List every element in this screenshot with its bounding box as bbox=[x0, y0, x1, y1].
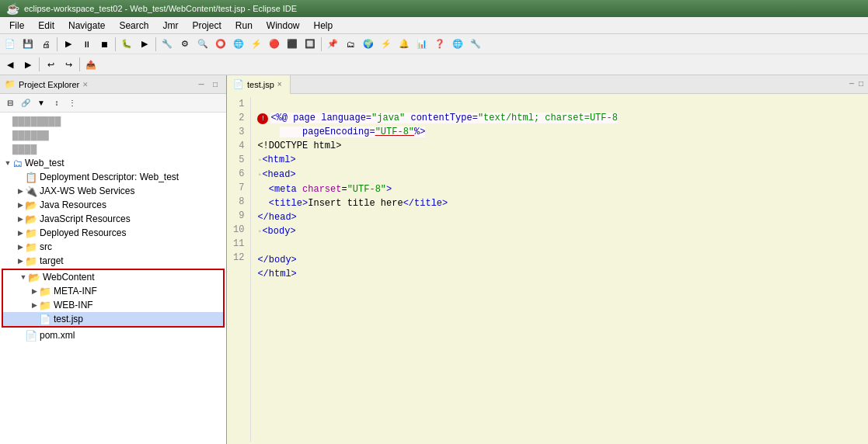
menu-jmr[interactable]: Jmr bbox=[156, 19, 184, 33]
code-line-11: </body> bbox=[257, 255, 296, 265]
tb-btn6[interactable]: ⏹ bbox=[96, 36, 113, 52]
tb-btn24[interactable]: ❓ bbox=[431, 36, 448, 52]
tb-btn12[interactable]: ⭕ bbox=[212, 36, 229, 52]
code-line-7: <title>Insert title here</title> bbox=[257, 198, 448, 209]
menu-window[interactable]: Window bbox=[260, 19, 306, 33]
list-item[interactable]: ████ bbox=[0, 142, 226, 156]
menu-navigate[interactable]: Navigate bbox=[62, 19, 111, 33]
list-item[interactable]: ▶ 📁 WEB-INF bbox=[3, 298, 223, 312]
tb2-btn4[interactable]: ↪ bbox=[60, 57, 77, 72]
tb-btn23[interactable]: 📊 bbox=[413, 36, 431, 52]
code-content[interactable]: !<%@ page language="java" contentType="t… bbox=[251, 97, 868, 442]
tab-close-btn[interactable]: × bbox=[277, 80, 282, 88]
exp-link-btn[interactable]: 🔗 bbox=[19, 96, 33, 110]
list-item[interactable]: ▶ 📁 target bbox=[0, 254, 226, 268]
tb2-btn1[interactable]: ◀ bbox=[2, 57, 19, 72]
exp-filter-btn[interactable]: ▼ bbox=[34, 96, 48, 110]
deployed-resources-label: Deployed Resources bbox=[40, 227, 126, 238]
tb-btn10[interactable]: ⚙ bbox=[176, 36, 193, 52]
code-line-10 bbox=[257, 241, 263, 251]
panel-header: 📁 Project Explorer ✕ ─ □ bbox=[0, 75, 226, 94]
list-item[interactable]: ▶ 🔌 JAX-WS Web Services bbox=[0, 184, 226, 198]
tab-ctrl-minimize[interactable]: ─ bbox=[848, 80, 856, 88]
menu-edit[interactable]: Edit bbox=[32, 19, 61, 33]
xml-file-icon: 📄 bbox=[25, 330, 37, 342]
menu-project[interactable]: Project bbox=[186, 19, 227, 33]
menu-search[interactable]: Search bbox=[113, 19, 155, 33]
tb2-btn2[interactable]: ▶ bbox=[19, 57, 37, 72]
tb2-btn3[interactable]: ↩ bbox=[42, 57, 59, 72]
list-item[interactable]: ▶ 📁 src bbox=[0, 240, 226, 254]
folder-icon: 📁 bbox=[25, 227, 37, 239]
eclipse-icon: ☕ bbox=[6, 2, 19, 15]
tb-btn26[interactable]: 🔧 bbox=[467, 36, 484, 52]
exp-collapse-btn[interactable]: ⊟ bbox=[3, 96, 17, 110]
tb-btn18[interactable]: 📌 bbox=[324, 36, 341, 52]
tb-btn20[interactable]: 🌍 bbox=[360, 36, 377, 52]
tb-new-btn[interactable]: 📄 bbox=[2, 36, 19, 52]
list-item[interactable]: ▼ 🗂 Web_test bbox=[0, 156, 226, 170]
list-item[interactable]: ██████ bbox=[0, 128, 226, 142]
tree-area: ████████ ██████ ████ ▼ 🗂 Web_test 📋 Depl… bbox=[0, 113, 226, 444]
tb-btn25[interactable]: 🌐 bbox=[449, 36, 466, 52]
toolbar-area: 📄 💾 🖨 ▶ ⏸ ⏹ 🐛 ▶ 🔧 ⚙ 🔍 ⭕ 🌐 ⚡ 🔴 ⬛ 🔲 📌 🗂 🌍 … bbox=[0, 34, 868, 75]
collapse-icon: ▼ bbox=[3, 159, 12, 167]
exp-menu-btn[interactable]: ⋮ bbox=[65, 96, 79, 110]
tb-btn15[interactable]: 🔴 bbox=[266, 36, 283, 52]
explorer-toolbar: ⊟ 🔗 ▼ ↕ ⋮ bbox=[0, 94, 226, 113]
list-item[interactable]: ▼ 📂 WebContent bbox=[3, 270, 223, 284]
menu-bar: File Edit Navigate Search Jmr Project Ru… bbox=[0, 17, 868, 34]
line-num: 4 bbox=[233, 139, 244, 153]
code-line-9: ◦<body> bbox=[257, 226, 295, 237]
tb-btn21[interactable]: ⚡ bbox=[378, 36, 395, 52]
webinf-label: WEB-INF bbox=[54, 300, 93, 310]
tb-btn16[interactable]: ⬛ bbox=[284, 36, 301, 52]
tb-btn14[interactable]: ⚡ bbox=[248, 36, 265, 52]
code-line-4: ◦<html> bbox=[257, 154, 295, 165]
list-item[interactable]: ▶ 📁 Deployed Resources bbox=[0, 226, 226, 240]
editor-tab-bar: 📄 test.jsp × ─ □ bbox=[227, 75, 868, 94]
list-item[interactable]: 📄 pom.xml bbox=[0, 328, 226, 342]
tb-btn3[interactable]: 🖨 bbox=[37, 36, 54, 52]
toolbar-row-2: ◀ ▶ ↩ ↪ 📤 bbox=[0, 54, 868, 75]
list-item[interactable]: 📋 Deployment Descriptor: Web_test bbox=[0, 170, 226, 184]
menu-run[interactable]: Run bbox=[229, 19, 259, 33]
tab-ctrl-maximize[interactable]: □ bbox=[857, 80, 865, 88]
project-label: Web_test bbox=[25, 158, 64, 168]
tb-save-btn[interactable]: 💾 bbox=[19, 36, 37, 52]
tb-btn9[interactable]: 🔧 bbox=[159, 36, 176, 52]
tb-btn17[interactable]: 🔲 bbox=[302, 36, 319, 52]
menu-file[interactable]: File bbox=[3, 19, 30, 33]
tree-node-label: Java Resources bbox=[40, 199, 106, 210]
tb-btn22[interactable]: 🔔 bbox=[396, 36, 413, 52]
line-numbers: 1 2 3 4 5 6 7 8 9 10 11 12 bbox=[227, 97, 251, 442]
pomxml-label: pom.xml bbox=[40, 330, 75, 341]
list-item[interactable]: ▶ 📂 Java Resources bbox=[0, 198, 226, 212]
tb-btn13[interactable]: 🌐 bbox=[230, 36, 247, 52]
tb2-btn5[interactable]: 📤 bbox=[82, 57, 99, 72]
tb-btn4[interactable]: ▶ bbox=[60, 36, 77, 52]
tab-label: test.jsp bbox=[247, 80, 274, 89]
tree-node-label: target bbox=[40, 255, 64, 266]
list-item[interactable]: ████████ bbox=[0, 114, 226, 128]
line-num: 11 bbox=[233, 237, 244, 251]
panel-maximize-btn[interactable]: □ bbox=[209, 78, 221, 91]
line-num: 12 bbox=[233, 251, 244, 265]
code-line-12: </html> bbox=[257, 269, 296, 279]
tb-btn19[interactable]: 🗂 bbox=[342, 36, 359, 52]
tb-sep-1 bbox=[57, 37, 58, 51]
code-editor[interactable]: 1 2 3 4 5 6 7 8 9 10 11 12 !<%@ page lan… bbox=[227, 94, 868, 444]
editor-tab-testjsp[interactable]: 📄 test.jsp × bbox=[227, 75, 291, 94]
tb-btn7[interactable]: 🐛 bbox=[118, 36, 135, 52]
list-item[interactable]: ▶ 📁 META-INF bbox=[3, 284, 223, 298]
webcontent-highlight-box: ▼ 📂 WebContent ▶ 📁 META-INF ▶ 📁 WEB-INF bbox=[2, 269, 225, 328]
list-item[interactable]: ▶ 📂 JavaScript Resources bbox=[0, 212, 226, 226]
tb-btn8[interactable]: ▶ bbox=[136, 36, 153, 52]
tb-btn5[interactable]: ⏸ bbox=[78, 36, 95, 52]
exp-sync-btn[interactable]: ↕ bbox=[50, 96, 64, 110]
tree-node-label: src bbox=[40, 241, 52, 252]
menu-help[interactable]: Help bbox=[308, 19, 340, 33]
list-item[interactable]: 📄 test.jsp bbox=[3, 312, 223, 326]
tb-btn11[interactable]: 🔍 bbox=[194, 36, 211, 52]
panel-minimize-btn[interactable]: ─ bbox=[195, 78, 207, 91]
